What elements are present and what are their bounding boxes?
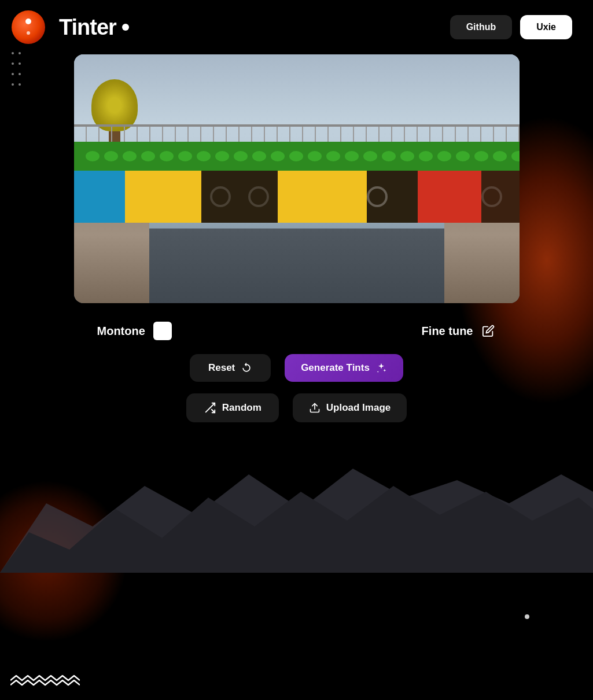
logo-decorative-dots [12, 52, 21, 86]
lego-stud [326, 151, 340, 161]
block-dark-1 [201, 171, 278, 223]
lego-stud [382, 151, 396, 161]
cursor [525, 614, 529, 619]
generate-tints-button[interactable]: Generate Tints [285, 354, 403, 382]
lego-stud [252, 151, 266, 161]
github-button[interactable]: Github [450, 15, 513, 39]
block-dark-3 [481, 171, 520, 223]
mountain-silhouette [0, 457, 593, 573]
upload-label: Upload Image [326, 402, 391, 414]
lego-stud [141, 151, 155, 161]
main-content: Montone Fine tune Reset [0, 54, 593, 422]
block-yellow-2 [278, 171, 367, 223]
tree-top [91, 79, 138, 131]
lego-stud [493, 151, 507, 161]
bridge-blocks [74, 171, 520, 223]
montone-group: Montone [97, 322, 172, 340]
lego-stud [104, 151, 118, 161]
upload-image-button[interactable]: Upload Image [293, 393, 407, 422]
block-blue [74, 171, 125, 223]
title-dot [122, 24, 129, 31]
ground [149, 229, 444, 303]
controls-row-1: Montone Fine tune [74, 322, 520, 340]
block-red [418, 171, 481, 223]
reset-label: Reset [208, 362, 235, 374]
lego-stud [197, 151, 211, 161]
random-button[interactable]: Random [186, 393, 279, 422]
controls-row-3: Random Upload Image [74, 393, 520, 422]
random-icon [204, 401, 216, 414]
montone-checkbox[interactable] [153, 322, 172, 340]
lego-stud [437, 151, 451, 161]
sparkle-icon [375, 362, 387, 374]
lego-stud [86, 151, 100, 161]
logo [12, 10, 45, 44]
lego-bridge-image [74, 54, 520, 303]
random-label: Random [222, 402, 261, 414]
fine-tune-group: Fine tune [422, 323, 496, 339]
upload-icon [309, 402, 321, 414]
reset-icon [241, 362, 252, 374]
block-dark-2 [367, 171, 418, 223]
controls-panel: Montone Fine tune Reset [74, 322, 520, 422]
header: Tinter Github Uxie [0, 0, 593, 54]
lego-stud [456, 151, 470, 161]
lego-stud [363, 151, 377, 161]
lego-stud [234, 151, 248, 161]
lego-stud [123, 151, 137, 161]
logo-dot-main [25, 19, 31, 24]
image-display [74, 54, 520, 303]
lego-stud [474, 151, 488, 161]
controls-row-2: Reset Generate Tints [74, 354, 520, 382]
lego-stud [215, 151, 229, 161]
fine-tune-label: Fine tune [422, 325, 473, 338]
railing [74, 124, 520, 142]
montone-label: Montone [97, 325, 145, 338]
lego-stud [271, 151, 285, 161]
lego-stud [160, 151, 174, 161]
generate-label: Generate Tints [301, 362, 370, 374]
lego-stud [178, 151, 192, 161]
lego-stud [345, 151, 359, 161]
bridge-body [74, 142, 520, 223]
lego-stud [511, 151, 520, 161]
lego-stud [400, 151, 414, 161]
pencil-icon[interactable] [480, 323, 496, 339]
logo-dot-small [27, 31, 30, 35]
block-yellow-1 [125, 171, 201, 223]
bridge-top [74, 142, 520, 171]
uxie-button[interactable]: Uxie [520, 15, 572, 39]
reset-button[interactable]: Reset [190, 354, 271, 382]
lego-stud [419, 151, 433, 161]
lego-stud [289, 151, 303, 161]
zigzag-decoration [10, 673, 80, 690]
app-title: Tinter [59, 15, 116, 40]
lego-stud [308, 151, 322, 161]
